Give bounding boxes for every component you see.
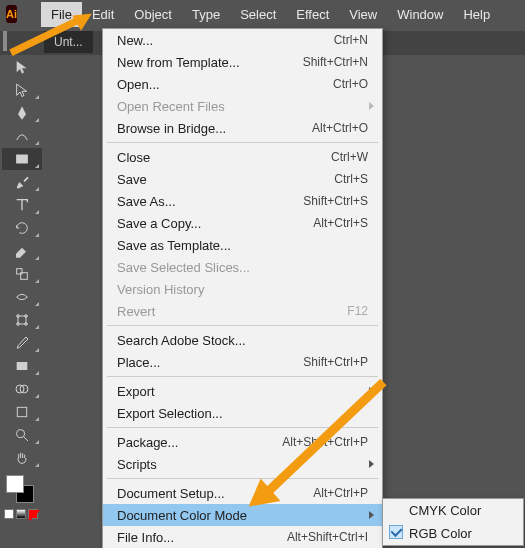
menu-item: Open Recent Files [103,95,382,117]
menu-help[interactable]: Help [453,2,500,27]
eyedropper-tool[interactable] [2,332,42,354]
menu-item-label: Scripts [117,457,368,472]
submenu-arrow-icon [369,511,374,519]
svg-rect-11 [17,407,26,416]
menu-item-shortcut: Ctrl+W [331,150,368,164]
menu-item[interactable]: Browse in Bridge...Alt+Ctrl+O [103,117,382,139]
menu-item-shortcut: F12 [347,304,368,318]
menu-item-label: Save As... [117,194,303,209]
menu-separator [107,376,378,377]
menu-item[interactable]: Document Color Mode [103,504,382,526]
menu-item[interactable]: Export [103,380,382,402]
document-tab[interactable]: Unt... [44,31,93,53]
menu-item-label: Save [117,172,334,187]
svg-rect-1 [17,269,22,274]
gradient-tool[interactable] [2,355,42,377]
menu-item-label: Save as Template... [117,238,368,253]
tool-panel [0,55,44,548]
menu-item[interactable]: Export Selection... [103,402,382,424]
submenu-cmyk[interactable]: CMYK Color [383,499,523,522]
menu-select[interactable]: Select [230,2,286,27]
color-mode-submenu: CMYK Color RGB Color [382,498,524,546]
submenu-arrow-icon [369,460,374,468]
color-mode-row[interactable] [4,509,40,519]
menu-separator [107,478,378,479]
rectangle-tool[interactable] [2,148,42,170]
menu-item-label: Search Adobe Stock... [117,333,368,348]
artboard-tool[interactable] [2,401,42,423]
fill-stroke-swatch[interactable] [6,475,34,503]
curvature-tool[interactable] [2,125,42,147]
svg-point-12 [17,430,25,438]
menu-item[interactable]: Package...Alt+Shift+Ctrl+P [103,431,382,453]
hand-tool[interactable] [2,447,42,469]
free-transform-tool[interactable] [2,309,42,331]
submenu-rgb[interactable]: RGB Color [383,522,523,545]
menu-item[interactable]: New from Template...Shift+Ctrl+N [103,51,382,73]
selection-tool[interactable] [2,56,42,78]
svg-rect-0 [17,155,28,163]
eraser-tool[interactable] [2,240,42,262]
menu-item[interactable]: Open...Ctrl+O [103,73,382,95]
panel-handle[interactable] [3,31,7,51]
menu-bar: File Edit Object Type Select Effect View… [41,2,500,27]
menu-item-label: Version History [117,282,368,297]
check-icon [389,525,403,539]
app-logo: Ai [6,5,17,23]
menu-item-shortcut: Alt+Shift+Ctrl+I [287,530,368,544]
menu-item[interactable]: Save a Copy...Alt+Ctrl+S [103,212,382,234]
menu-item[interactable]: CloseCtrl+W [103,146,382,168]
menu-item-shortcut: Alt+Ctrl+P [313,486,368,500]
menu-item-label: Document Color Mode [117,508,368,523]
menu-type[interactable]: Type [182,2,230,27]
rotate-tool[interactable] [2,217,42,239]
menu-separator [107,142,378,143]
menu-item[interactable]: New...Ctrl+N [103,29,382,51]
direct-selection-tool[interactable] [2,79,42,101]
menu-item-shortcut: Ctrl+S [334,172,368,186]
menu-item[interactable]: Search Adobe Stock... [103,329,382,351]
menu-item[interactable]: Save as Template... [103,234,382,256]
menu-item-label: Export Selection... [117,406,368,421]
menu-item-label: Package... [117,435,282,450]
menu-item-shortcut: Alt+Ctrl+S [313,216,368,230]
menu-item-label: Save a Copy... [117,216,313,231]
menu-file[interactable]: File [41,2,82,27]
workspace-switcher[interactable] [500,2,525,26]
menu-separator [107,427,378,428]
menu-item[interactable]: Place...Shift+Ctrl+P [103,351,382,373]
menu-item[interactable]: Scripts [103,453,382,475]
menu-item-label: Export [117,384,368,399]
menu-item-label: Place... [117,355,303,370]
menu-edit[interactable]: Edit [82,2,124,27]
type-tool[interactable] [2,194,42,216]
menu-view[interactable]: View [339,2,387,27]
menu-item-shortcut: Alt+Shift+Ctrl+P [282,435,368,449]
menu-window[interactable]: Window [387,2,453,27]
menu-item-shortcut: Shift+Ctrl+P [303,355,368,369]
zoom-tool[interactable] [2,424,42,446]
menu-item-label: New... [117,33,334,48]
menu-item-label: Revert [117,304,347,319]
file-menu-dropdown: New...Ctrl+NNew from Template...Shift+Ct… [102,28,383,548]
menu-effect[interactable]: Effect [286,2,339,27]
top-bar: Ai File Edit Object Type Select Effect V… [0,0,525,28]
paintbrush-tool[interactable] [2,171,42,193]
menu-item-shortcut: Alt+Ctrl+O [312,121,368,135]
grid-icon [500,2,520,26]
menu-item-shortcut: Ctrl+O [333,77,368,91]
svg-rect-8 [17,362,28,370]
menu-item-shortcut: Shift+Ctrl+S [303,194,368,208]
width-tool[interactable] [2,286,42,308]
menu-item-shortcut: Ctrl+N [334,33,368,47]
menu-item-label: Save Selected Slices... [117,260,368,275]
shape-builder-tool[interactable] [2,378,42,400]
submenu-arrow-icon [369,387,374,395]
menu-item[interactable]: Save As...Shift+Ctrl+S [103,190,382,212]
scale-tool[interactable] [2,263,42,285]
menu-item[interactable]: File Info...Alt+Shift+Ctrl+I [103,526,382,548]
menu-item[interactable]: SaveCtrl+S [103,168,382,190]
menu-item[interactable]: Document Setup...Alt+Ctrl+P [103,482,382,504]
menu-object[interactable]: Object [124,2,182,27]
pen-tool[interactable] [2,102,42,124]
